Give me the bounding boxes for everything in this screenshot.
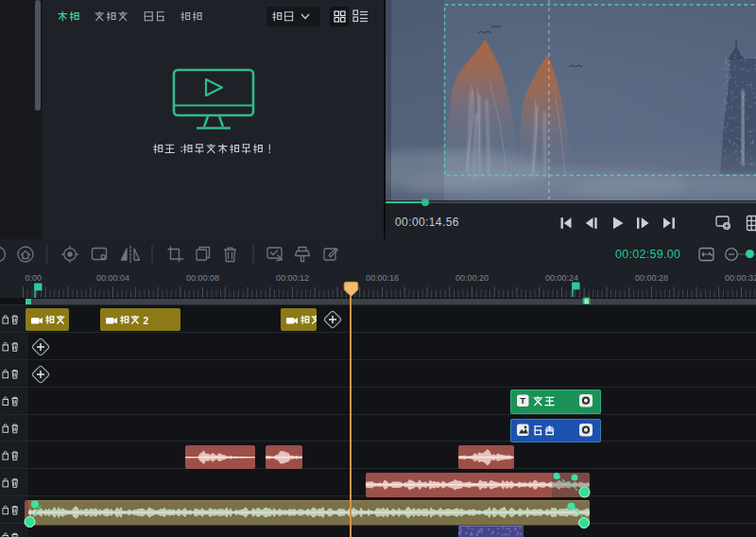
svg-text:2: 2 [143, 316, 148, 326]
svg-text:T: T [520, 395, 525, 406]
svg-text:B: B [584, 298, 589, 304]
